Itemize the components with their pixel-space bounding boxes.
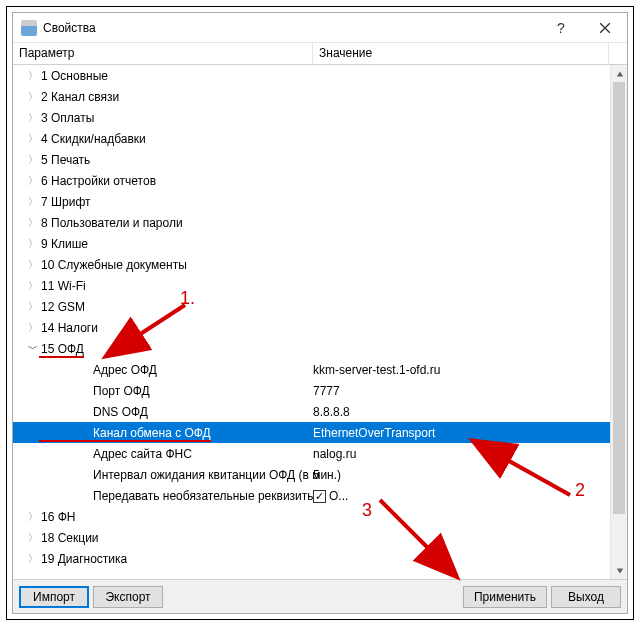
chevron-right-icon: 〉 (27, 531, 39, 545)
apply-button[interactable]: Применить (463, 586, 547, 608)
tree-item-19-diagnostika[interactable]: 〉19 Диагностика (13, 548, 610, 569)
svg-marker-2 (616, 71, 622, 76)
chevron-right-icon: 〉 (27, 300, 39, 314)
ofd-optional-checkbox[interactable]: ✓ (313, 490, 326, 503)
import-button[interactable]: Импорт (19, 586, 89, 608)
chevron-right-icon: 〉 (27, 321, 39, 335)
tree-item-10-sluzhebnye[interactable]: 〉10 Служебные документы (13, 254, 610, 275)
ofd-port-value[interactable]: 7777 (313, 384, 340, 398)
tree-item-12-gsm[interactable]: 〉12 GSM (13, 296, 610, 317)
ofd-address-row[interactable]: Адрес ОФДkkm-server-test.1-ofd.ru (13, 359, 610, 380)
fns-site-value[interactable]: nalog.ru (313, 447, 356, 461)
chevron-right-icon: 〉 (27, 90, 39, 104)
tree-item-15-ofd[interactable]: ﹀15 ОФД (13, 338, 610, 359)
chevron-right-icon: 〉 (27, 258, 39, 272)
titlebar: Свойства ? (13, 13, 627, 43)
tree-item-6-nastroiki-otchetov[interactable]: 〉6 Настройки отчетов (13, 170, 610, 191)
tree-item-9-klishe[interactable]: 〉9 Клише (13, 233, 610, 254)
chevron-right-icon: 〉 (27, 111, 39, 125)
column-headers: Параметр Значение (13, 43, 627, 65)
ofd-interval-value[interactable]: 5 (313, 468, 320, 482)
property-tree[interactable]: 〉1 Основные 〉2 Канал связи 〉3 Оплаты 〉4 … (13, 65, 610, 579)
chevron-right-icon: 〉 (27, 279, 39, 293)
chevron-right-icon: 〉 (27, 69, 39, 83)
ofd-dns-value[interactable]: 8.8.8.8 (313, 405, 350, 419)
chevron-right-icon: 〉 (27, 195, 39, 209)
tree-item-16-fn[interactable]: 〉16 ФН (13, 506, 610, 527)
exit-button[interactable]: Выход (551, 586, 621, 608)
tree-item-8-polzovateli[interactable]: 〉8 Пользователи и пароли (13, 212, 610, 233)
tree-item-2-kanal-svyazi[interactable]: 〉2 Канал связи (13, 86, 610, 107)
property-tree-area: 〉1 Основные 〉2 Канал связи 〉3 Оплаты 〉4 … (13, 65, 627, 579)
ofd-optional-row[interactable]: Передавать необязательные реквизиты в О.… (13, 485, 610, 506)
tree-item-7-shrift[interactable]: 〉7 Шрифт (13, 191, 610, 212)
chevron-right-icon: 〉 (27, 510, 39, 524)
tree-item-5-pechat[interactable]: 〉5 Печать (13, 149, 610, 170)
tree-item-14-nalogi[interactable]: 〉14 Налоги (13, 317, 610, 338)
help-button[interactable]: ? (539, 13, 583, 43)
scroll-down-button[interactable] (611, 562, 627, 579)
ofd-port-row[interactable]: Порт ОФД7777 (13, 380, 610, 401)
close-button[interactable] (583, 13, 627, 43)
scroll-track[interactable] (611, 82, 627, 562)
window-title: Свойства (43, 21, 96, 35)
ofd-interval-row[interactable]: Интервал ожидания квитанции ОФД (в мин.)… (13, 464, 610, 485)
footer-bar: Импорт Экспорт Применить Выход (13, 579, 627, 613)
app-icon (21, 20, 37, 36)
chevron-right-icon: 〉 (27, 132, 39, 146)
tree-item-1-osnovnye[interactable]: 〉1 Основные (13, 65, 610, 86)
chevron-right-icon: 〉 (27, 237, 39, 251)
annotation-label-2: 2 (575, 480, 585, 501)
svg-marker-3 (616, 568, 622, 573)
chevron-right-icon: 〉 (27, 552, 39, 566)
annotation-label-1: 1. (180, 288, 195, 309)
chevron-right-icon: 〉 (27, 216, 39, 230)
vertical-scrollbar[interactable] (610, 65, 627, 579)
scroll-up-button[interactable] (611, 65, 627, 82)
scroll-thumb[interactable] (613, 82, 625, 514)
ofd-dns-row[interactable]: DNS ОФД8.8.8.8 (13, 401, 610, 422)
tree-item-18-sektsii[interactable]: 〉18 Секции (13, 527, 610, 548)
column-header-value[interactable]: Значение (313, 43, 609, 64)
ofd-channel-row[interactable]: Канал обмена с ОФДEthernetOverTransport (13, 422, 610, 443)
tree-item-11-wifi[interactable]: 〉11 Wi-Fi (13, 275, 610, 296)
tree-item-3-oplaty[interactable]: 〉3 Оплаты (13, 107, 610, 128)
annotation-label-3: 3 (362, 500, 372, 521)
chevron-right-icon: 〉 (27, 153, 39, 167)
fns-site-row[interactable]: Адрес сайта ФНСnalog.ru (13, 443, 610, 464)
ofd-address-value[interactable]: kkm-server-test.1-ofd.ru (313, 363, 440, 377)
export-button[interactable]: Экспорт (93, 586, 163, 608)
ofd-channel-value[interactable]: EthernetOverTransport (313, 426, 435, 440)
column-header-parameter[interactable]: Параметр (13, 43, 313, 64)
properties-window: Свойства ? Параметр Значение 〉1 Основные… (12, 12, 628, 614)
column-header-scroll (609, 43, 627, 64)
chevron-right-icon: 〉 (27, 174, 39, 188)
chevron-down-icon: ﹀ (27, 342, 39, 356)
tree-item-4-skidki[interactable]: 〉4 Скидки/надбавки (13, 128, 610, 149)
